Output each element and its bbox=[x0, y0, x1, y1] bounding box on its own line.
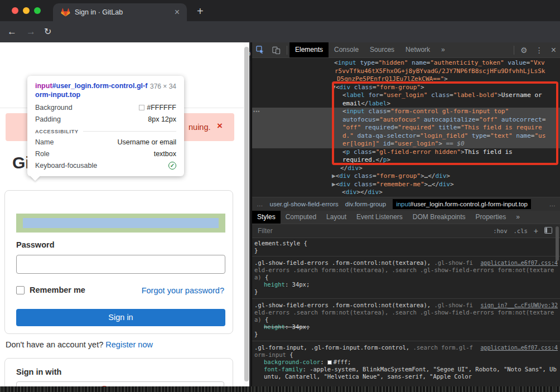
username-input-highlight-padding[interactable] bbox=[16, 214, 225, 233]
styles-tab-properties[interactable]: Properties bbox=[471, 211, 511, 224]
tab-title: Sign in · GitLab bbox=[75, 8, 172, 16]
devtools-tab-sources[interactable]: Sources bbox=[364, 42, 400, 57]
selected-row-gutter-dots: ••• bbox=[253, 109, 260, 114]
styles-tab-event-listeners[interactable]: Event Listeners bbox=[351, 211, 408, 224]
css-rule: application…e6f07.css:4.gl-form-input, .… bbox=[252, 343, 560, 381]
sidebar-panel-icon[interactable] bbox=[544, 226, 552, 236]
css-property[interactable]: height: 34px; bbox=[254, 281, 558, 288]
tooltip-background-value: #FFFFFF bbox=[139, 104, 176, 112]
breadcrumb-div-form-group[interactable]: div.form-group bbox=[345, 201, 386, 207]
macos-close-button[interactable] bbox=[12, 7, 18, 14]
sign-in-button[interactable]: Sign in bbox=[16, 309, 225, 326]
devtools-tab-network[interactable]: Network bbox=[400, 42, 436, 57]
css-rules-list: application…e6f07.css:4.gl-show-field-er… bbox=[252, 258, 560, 381]
settings-gear-icon[interactable]: ⚙ bbox=[516, 46, 532, 55]
tooltip-accessibility-section: ACCESSIBILITY bbox=[35, 129, 176, 134]
oauth-title: Sign in with bbox=[16, 367, 61, 376]
page-scrollbar-thumb[interactable] bbox=[244, 47, 249, 381]
breadcrumb-overflow-left[interactable]: … bbox=[257, 201, 263, 207]
styles-scrollbar-thumb[interactable] bbox=[556, 226, 559, 261]
browser-window: Sign in · GitLab × + ← → ↻ gitlab.com /u… bbox=[0, 0, 560, 392]
elements-breadcrumbs: …user.gl-show-field-errorsdiv.form-group… bbox=[252, 197, 560, 211]
styles-tab-styles[interactable]: Styles bbox=[252, 211, 281, 224]
css-rule: sign_in?__c…cFsUWUyo:32.gl-show-field-er… bbox=[252, 301, 560, 339]
page-scrollbar[interactable] bbox=[244, 42, 249, 386]
browser-toolbar: ← → ↻ gitlab.com /users/sign_in?__cf_chl… bbox=[0, 21, 560, 42]
css-property[interactable]: background-color: #fff; bbox=[254, 359, 558, 366]
gitlab-favicon-icon bbox=[61, 8, 70, 17]
dom-tree-line[interactable]: ▶<div class="remember-me">…</div> bbox=[252, 181, 560, 189]
tooltip-role-value: textbox bbox=[154, 150, 176, 158]
inspect-element-icon[interactable] bbox=[252, 46, 268, 54]
dom-tree-line[interactable]: r5vvTfku46tX5FhxOG+j8yBYvadG/2JY7NP6fB8s… bbox=[252, 67, 560, 76]
alert-text-fragment: nuing. bbox=[189, 123, 211, 132]
macos-zoom-button[interactable] bbox=[34, 7, 41, 14]
tooltip-dimensions: 376 × 34 bbox=[150, 81, 176, 100]
tooltip-selector: input#user_login.form-control.gl-form-in… bbox=[35, 81, 150, 100]
stylesheet-source-link[interactable]: application…e6f07.css:4 bbox=[481, 344, 558, 351]
rule-divider bbox=[252, 256, 560, 257]
password-field[interactable] bbox=[16, 255, 225, 274]
username-input-highlight-content bbox=[23, 218, 219, 228]
tooltip-role-label: Role bbox=[35, 150, 50, 158]
forward-icon[interactable]: → bbox=[26, 26, 36, 37]
stylesheet-source-link[interactable]: application…e6f07.css:4 bbox=[481, 259, 558, 267]
macos-minimize-button[interactable] bbox=[23, 7, 30, 14]
tooltip-padding-label: Padding bbox=[35, 115, 61, 123]
register-now-link[interactable]: Register now bbox=[105, 340, 153, 349]
css-property[interactable]: height: 34px; bbox=[254, 323, 558, 331]
styles-filter-input[interactable]: Filter bbox=[258, 227, 273, 235]
devtools-tab-elements[interactable]: Elements bbox=[289, 42, 329, 57]
devtools-close-icon[interactable]: × bbox=[547, 45, 560, 55]
devtools-menu-icon[interactable]: ⋮ bbox=[532, 46, 547, 55]
stylesheet-source-link[interactable]: sign_in?__c…cFsUWUyo:32 bbox=[481, 302, 558, 309]
color-swatch-icon bbox=[139, 105, 144, 110]
element-classes-toggle[interactable]: .cls bbox=[514, 228, 528, 234]
rule-divider bbox=[252, 298, 560, 299]
dom-tree-line[interactable]: </div> bbox=[252, 164, 560, 173]
device-toolbar-icon[interactable] bbox=[268, 46, 284, 54]
register-text: Don't have an account yet? bbox=[6, 340, 105, 349]
breadcrumb-active[interactable]: input#user_login.form-control.gl-form-in… bbox=[393, 199, 531, 209]
new-style-rule-button[interactable]: + bbox=[534, 226, 538, 235]
dom-tree-line[interactable]: ▶<div class="form-group">…</div> bbox=[252, 172, 560, 181]
new-tab-button[interactable]: + bbox=[194, 5, 207, 17]
alert-close-icon[interactable]: × bbox=[217, 120, 223, 132]
toolbar-separator bbox=[514, 46, 514, 55]
element-style-rule[interactable]: element.style { } bbox=[252, 238, 560, 254]
tooltip-name-value: Username or email bbox=[117, 138, 176, 146]
breadcrumb-overflow-right[interactable]: … bbox=[549, 201, 556, 207]
remember-me-label: Remember me bbox=[30, 285, 85, 294]
breadcrumb-user-gl-show-field-errors[interactable]: user.gl-show-field-errors bbox=[270, 201, 339, 207]
dom-tree-line[interactable]: <input type="hidden" name="authenticity_… bbox=[252, 59, 560, 67]
color-swatch-icon[interactable] bbox=[327, 360, 332, 365]
toolbar-separator bbox=[287, 46, 287, 55]
reload-icon[interactable]: ↻ bbox=[44, 26, 51, 37]
forgot-password-link[interactable]: Forgot your password? bbox=[142, 286, 224, 295]
styles-pane: element.style { } application…e6f07.css:… bbox=[252, 238, 560, 386]
devtools-tab-item-4[interactable]: » bbox=[436, 42, 451, 57]
styles-tab-computed[interactable]: Computed bbox=[281, 211, 321, 224]
tab-close-icon[interactable]: × bbox=[172, 8, 182, 17]
dom-tree-line[interactable]: <div></div> bbox=[252, 188, 560, 197]
tooltip-focusable-label: Keyboard-focusable bbox=[35, 162, 97, 170]
pseudo-state-toggle[interactable]: :hov bbox=[493, 228, 507, 234]
rule-close-brace: } bbox=[254, 288, 558, 296]
oauth-card: Sign in with Google bbox=[4, 358, 233, 386]
annotation-highlight-box bbox=[332, 81, 558, 165]
styles-tab-layout[interactable]: Layout bbox=[321, 211, 351, 224]
remember-me-checkbox[interactable] bbox=[16, 286, 25, 294]
devtools-tab-console[interactable]: Console bbox=[329, 42, 364, 57]
browser-tab[interactable]: Sign in · GitLab × bbox=[53, 3, 187, 21]
rule-divider bbox=[252, 341, 560, 341]
tooltip-selector-tag: input bbox=[35, 82, 52, 90]
bottom-artifact-strip bbox=[0, 386, 560, 392]
back-icon[interactable]: ← bbox=[7, 26, 17, 37]
tooltip-name-label: Name bbox=[35, 138, 54, 146]
remember-me-row: Remember me bbox=[16, 285, 85, 294]
styles-filter-bar: Filter :hov .cls + bbox=[252, 224, 560, 238]
google-signin-button[interactable]: Google bbox=[16, 381, 224, 386]
styles-tab-dom-breakpoints[interactable]: DOM Breakpoints bbox=[408, 211, 471, 224]
css-property[interactable]: font-family: -apple-system, BlinkMacSyst… bbox=[254, 366, 558, 380]
styles-tab-item-6[interactable]: » bbox=[511, 211, 525, 224]
